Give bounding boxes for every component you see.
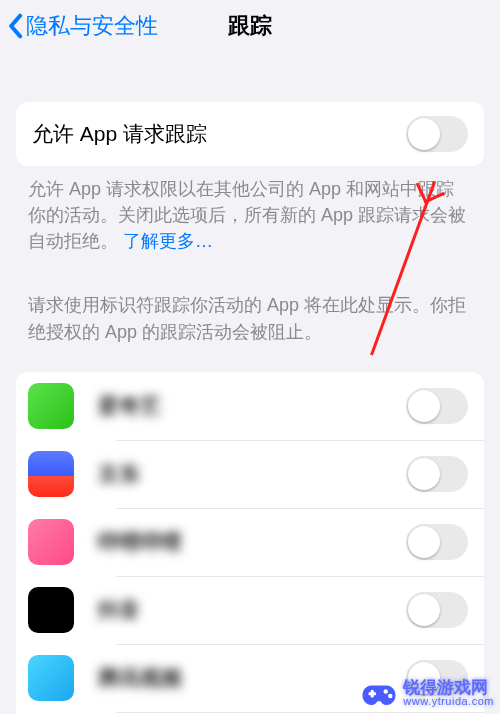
tracking-footer-text: 允许 App 请求权限以在其他公司的 App 和网站中跟踪你的活动。关闭此选项后… xyxy=(28,176,472,254)
app-tracking-toggle[interactable] xyxy=(406,660,468,696)
toggle-knob xyxy=(408,118,440,150)
app-icon xyxy=(28,587,74,633)
app-icon xyxy=(28,451,74,497)
app-tracking-toggle[interactable] xyxy=(406,456,468,492)
app-icon xyxy=(28,383,74,429)
toggle-knob xyxy=(408,594,440,626)
allow-tracking-label: 允许 App 请求跟踪 xyxy=(32,120,207,148)
app-name-label: 哔哩哔哩 xyxy=(98,528,406,556)
app-row: 哔哩哔哩 xyxy=(16,508,484,576)
app-icon xyxy=(28,655,74,701)
back-button[interactable]: 隐私与安全性 xyxy=(6,11,158,41)
footer-body: 允许 App 请求权限以在其他公司的 App 和网站中跟踪你的活动。关闭此选项后… xyxy=(28,179,466,251)
apps-list: 爱奇艺京东哔哩哔哩抖音腾讯视频支付宝 xyxy=(16,372,484,714)
app-tracking-toggle[interactable] xyxy=(406,388,468,424)
app-row: 爱奇艺 xyxy=(16,372,484,440)
toggle-knob xyxy=(408,390,440,422)
allow-tracking-toggle[interactable] xyxy=(406,116,468,152)
app-tracking-toggle[interactable] xyxy=(406,592,468,628)
app-row: 腾讯视频 xyxy=(16,644,484,712)
toggle-knob xyxy=(408,526,440,558)
app-icon xyxy=(28,519,74,565)
allow-tracking-row: 允许 App 请求跟踪 xyxy=(16,102,484,166)
learn-more-link[interactable]: 了解更多… xyxy=(123,231,213,251)
apps-note: 请求使用标识符跟踪你活动的 App 将在此处显示。你拒绝授权的 App 的跟踪活… xyxy=(28,292,472,346)
app-row: 京东 xyxy=(16,440,484,508)
app-row: 抖音 xyxy=(16,576,484,644)
chevron-left-icon xyxy=(6,13,24,39)
toggle-knob xyxy=(408,458,440,490)
app-name-label: 爱奇艺 xyxy=(98,392,406,420)
app-name-label: 京东 xyxy=(98,460,406,488)
app-name-label: 抖音 xyxy=(98,596,406,624)
toggle-knob xyxy=(408,662,440,694)
tracking-request-section: 允许 App 请求跟踪 xyxy=(16,102,484,166)
back-label: 隐私与安全性 xyxy=(26,11,158,41)
nav-bar: 隐私与安全性 跟踪 xyxy=(0,0,500,54)
app-tracking-toggle[interactable] xyxy=(406,524,468,560)
app-name-label: 腾讯视频 xyxy=(98,664,406,692)
